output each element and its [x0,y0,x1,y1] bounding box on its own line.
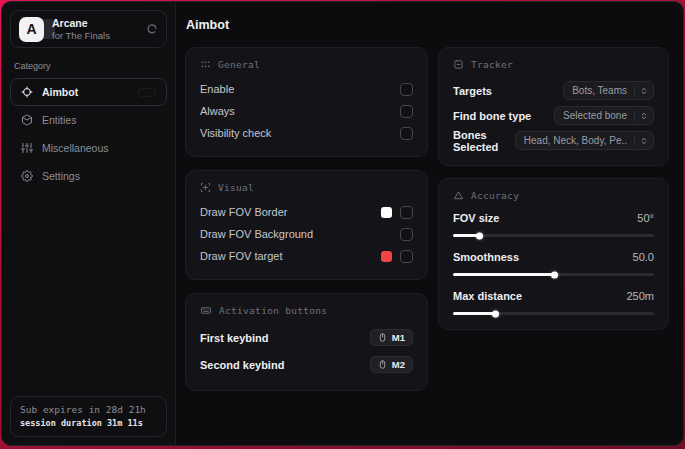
category-label: Category [14,61,163,71]
smoothness-slider[interactable] [453,273,654,276]
first-keybind-button[interactable]: M1 [370,329,413,346]
app-window: A Arcane for The Finals Category Aimbot [1,1,684,446]
entities-box-icon [21,114,33,126]
session-duration-text: session duration 31m 11s [20,418,157,428]
sidebar-item-entities[interactable]: Entities [10,106,167,134]
card-accuracy: Accuracy FOV size 50° Smoothness [438,178,669,330]
setting-row-draw-fov-target: Draw FOV target [200,245,413,267]
slider-thumb[interactable] [492,310,499,317]
sidebar-item-label: Entities [42,114,76,126]
slider-row-smoothness: Smoothness 50.0 [453,248,654,276]
card-tracker: Tracker Targets Bots, Teams [438,47,669,166]
setting-row-draw-fov-border: Draw FOV Border [200,201,413,223]
unfold-chevrons-icon [634,86,653,96]
sidebar-item-label: Miscellaneous [42,142,109,154]
brand-logo: A [19,17,44,42]
setting-row-targets: Targets Bots, Teams [453,78,654,103]
card-title: Visual [218,182,254,193]
draw-fov-background-checkbox[interactable] [400,228,413,241]
setting-row-bones-selected: Bones Selected Head, Neck, Body, Pe.. [453,128,654,153]
sidebar-item-label: Aimbot [42,86,78,98]
sidebar-item-label: Settings [42,170,80,182]
scan-box-icon [453,59,464,70]
visibility-check-checkbox[interactable] [400,127,413,140]
page-title: Aimbot [186,18,669,32]
setting-row-always: Always [200,100,413,122]
slider-thumb[interactable] [476,232,483,239]
fov-size-slider[interactable] [453,234,654,237]
subscription-info: Sub expires in 28d 21h session duration … [10,396,167,437]
main-content: Aimbot General Enable [176,2,683,445]
setting-row-draw-fov-background: Draw FOV Background [200,223,413,245]
targets-dropdown[interactable]: Bots, Teams [563,81,654,100]
sidebar-item-settings[interactable]: Settings [10,162,167,190]
crosshair-icon [21,86,33,98]
triangle-icon [453,190,464,201]
second-keybind-button[interactable]: M2 [370,356,413,373]
setting-row-first-keybind: First keybind M1 [200,324,413,351]
card-general: General Enable Always Visibility check [185,47,428,157]
gear-icon [21,170,33,182]
brand-name: Arcane [52,17,110,30]
slider-thumb[interactable] [551,271,558,278]
sub-expiry-text: Sub expires in 28d 21h [20,404,157,415]
sidebar-item-miscellaneous[interactable]: Miscellaneous [10,134,167,162]
grid-dots-icon [200,59,211,70]
sidebar: A Arcane for The Finals Category Aimbot [2,2,176,445]
enable-checkbox[interactable] [400,83,413,96]
unfold-chevrons-icon [634,111,653,121]
keybind-hint-placeholder [138,88,156,97]
fov-target-color-swatch[interactable] [381,251,392,262]
card-visual: Visual Draw FOV Border Draw FOV Backgrou… [185,170,428,280]
refresh-icon[interactable] [146,23,158,35]
setting-row-find-bone-type: Find bone type Selected bone [453,103,654,128]
setting-row-second-keybind: Second keybind M2 [200,351,413,378]
plus-box-icon [200,182,211,193]
mouse-icon [378,359,387,370]
brand-subtitle: for The Finals [52,30,110,42]
sliders-icon [21,142,33,154]
card-title: Tracker [471,59,513,70]
unfold-chevrons-icon [634,136,653,146]
brand-header: A Arcane for The Finals [10,10,167,48]
draw-fov-target-checkbox[interactable] [400,250,413,263]
max-distance-value: 250m [626,290,654,302]
smoothness-value: 50.0 [633,251,654,263]
fov-size-value: 50° [637,212,654,224]
setting-row-visibility-check: Visibility check [200,122,413,144]
draw-fov-border-checkbox[interactable] [400,206,413,219]
max-distance-slider[interactable] [453,312,654,315]
always-checkbox[interactable] [400,105,413,118]
keyboard-icon [200,305,212,316]
card-title: General [218,59,260,70]
sidebar-item-aimbot[interactable]: Aimbot [10,78,167,106]
find-bone-type-dropdown[interactable]: Selected bone [554,106,654,125]
card-activation-buttons: Activation buttons First keybind M1 [185,293,428,391]
mouse-icon [378,332,387,343]
bones-selected-dropdown[interactable]: Head, Neck, Body, Pe.. [515,131,654,150]
card-title: Accuracy [471,190,519,201]
slider-row-max-distance: Max distance 250m [453,287,654,315]
card-title: Activation buttons [219,305,327,316]
slider-row-fov-size: FOV size 50° [453,209,654,237]
fov-border-color-swatch[interactable] [381,207,392,218]
setting-row-enable: Enable [200,78,413,100]
